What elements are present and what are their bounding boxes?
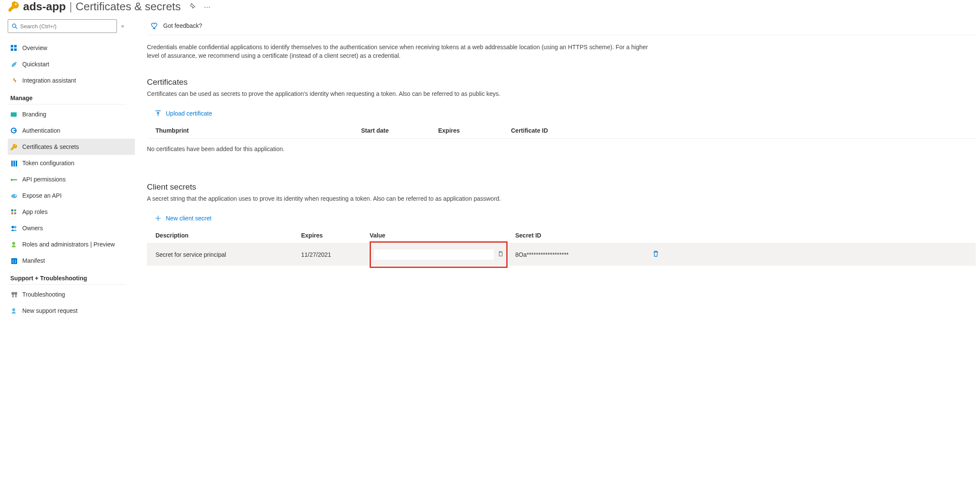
sidebar-item-label: Overview <box>22 45 47 51</box>
sidebar-item-label: Quickstart <box>22 61 49 68</box>
col-value: Value <box>370 232 515 239</box>
search-icon <box>12 23 18 29</box>
key-icon <box>10 143 17 150</box>
sidebar-heading-manage: Manage <box>8 89 126 104</box>
table-row: Secret for service principal11/27/20218O… <box>147 244 976 266</box>
new-client-secret-button[interactable]: New client secret <box>150 212 216 224</box>
section-desc-secrets: A secret string that the application use… <box>147 195 976 202</box>
sidebar-item-branding[interactable]: Branding <box>8 106 135 122</box>
sidebar-item-label: New support request <box>22 307 78 314</box>
integration-icon <box>10 77 17 84</box>
roles-icon <box>10 241 17 248</box>
col-thumbprint: Thumbprint <box>155 127 361 134</box>
col-expires: Expires <box>438 127 511 134</box>
sidebar-item-label: Authentication <box>22 127 60 134</box>
search-box[interactable] <box>8 19 117 33</box>
troubleshoot-icon <box>10 291 17 298</box>
approles-icon <box>10 208 17 215</box>
token-icon <box>10 160 17 166</box>
manifest-icon <box>10 257 17 264</box>
sidebar-item-label: Troubleshooting <box>22 291 65 298</box>
page-title: Certificates & secrets <box>75 0 181 13</box>
sidebar-item-troubleshooting[interactable]: Troubleshooting <box>8 286 135 303</box>
upload-icon <box>155 110 161 117</box>
col-certificate-id: Certificate ID <box>511 127 976 134</box>
plus-icon <box>155 215 161 222</box>
pin-icon[interactable] <box>189 3 195 10</box>
sidebar-item-app-roles[interactable]: App roles <box>8 204 135 220</box>
sidebar-item-label: API permissions <box>22 176 66 183</box>
sidebar-item-integration-assistant[interactable]: Integration assistant <box>8 72 135 89</box>
section-desc-certificates: Certificates can be used as secrets to p… <box>147 90 976 97</box>
main-content: Got feedback? Credentials enable confide… <box>135 19 980 319</box>
apiperm-icon <box>10 176 17 183</box>
cell-value-highlighted <box>370 241 508 268</box>
sidebar-item-label: Branding <box>22 111 46 118</box>
quickstart-icon <box>10 61 17 68</box>
section-title-certificates: Certificates <box>147 77 976 87</box>
upload-certificate-button[interactable]: Upload certificate <box>150 107 216 119</box>
collapse-sidebar-icon[interactable]: « <box>121 23 124 29</box>
sidebar-item-label: Token configuration <box>22 160 74 166</box>
sidebar-item-label: App roles <box>22 208 48 215</box>
sidebar-item-label: Expose an API <box>22 192 62 199</box>
sidebar-item-label: Certificates & secrets <box>22 143 79 150</box>
delete-secret-button[interactable] <box>652 250 669 258</box>
page-header: ads-app | Certificates & secrets ⋯ <box>0 0 980 19</box>
col-expires: Expires <box>301 232 370 239</box>
sidebar-item-expose-an-api[interactable]: Expose an API <box>8 187 135 204</box>
sidebar-item-api-permissions[interactable]: API permissions <box>8 171 135 187</box>
sidebar: « OverviewQuickstartIntegration assistan… <box>0 19 135 319</box>
copy-value-button[interactable] <box>498 251 504 258</box>
sidebar-item-label: Roles and administrators | Preview <box>22 241 115 248</box>
sidebar-item-manifest[interactable]: Manifest <box>8 252 135 269</box>
cell-secret-id: 8Oa****************** <box>515 251 652 258</box>
expose-icon <box>10 192 17 199</box>
certificates-table: Thumbprint Start date Expires Certificat… <box>147 123 976 139</box>
section-title-secrets: Client secrets <box>147 182 976 192</box>
col-start-date: Start date <box>361 127 438 134</box>
certificates-empty: No certificates have been added for this… <box>147 139 976 152</box>
sidebar-item-owners[interactable]: Owners <box>8 220 135 236</box>
sidebar-heading-support: Support + Troubleshooting <box>8 269 126 285</box>
overview-icon <box>10 45 17 51</box>
sidebar-item-overview[interactable]: Overview <box>8 40 135 56</box>
sidebar-item-label: Owners <box>22 225 43 232</box>
sidebar-item-certificates-secrets[interactable]: Certificates & secrets <box>8 139 135 155</box>
branding-icon <box>10 111 17 118</box>
col-description: Description <box>155 232 301 239</box>
sidebar-item-roles-and-administrators-preview[interactable]: Roles and administrators | Preview <box>8 236 135 252</box>
sidebar-item-label: Integration assistant <box>22 77 76 84</box>
heart-icon <box>151 22 159 30</box>
cell-expires: 11/27/2021 <box>301 251 370 258</box>
more-icon[interactable]: ⋯ <box>204 3 210 11</box>
support-icon <box>10 307 17 314</box>
search-input[interactable] <box>20 23 113 30</box>
sidebar-item-token-configuration[interactable]: Token configuration <box>8 155 135 171</box>
intro-text: Credentials enable confidential applicat… <box>147 35 652 60</box>
col-secret-id: Secret ID <box>515 232 652 239</box>
sidebar-item-new-support-request[interactable]: New support request <box>8 303 135 319</box>
cell-description: Secret for service principal <box>155 251 301 258</box>
sidebar-item-authentication[interactable]: Authentication <box>8 122 135 139</box>
auth-icon <box>10 127 17 134</box>
secret-value-field[interactable] <box>373 249 494 260</box>
secrets-table: Description Expires Value Secret ID Secr… <box>147 228 976 266</box>
app-name: ads-app <box>23 0 66 13</box>
sidebar-item-label: Manifest <box>22 257 45 264</box>
owners-icon <box>10 225 17 232</box>
sidebar-item-quickstart[interactable]: Quickstart <box>8 56 135 72</box>
key-icon <box>8 0 19 13</box>
feedback-button[interactable]: Got feedback? <box>147 19 976 35</box>
